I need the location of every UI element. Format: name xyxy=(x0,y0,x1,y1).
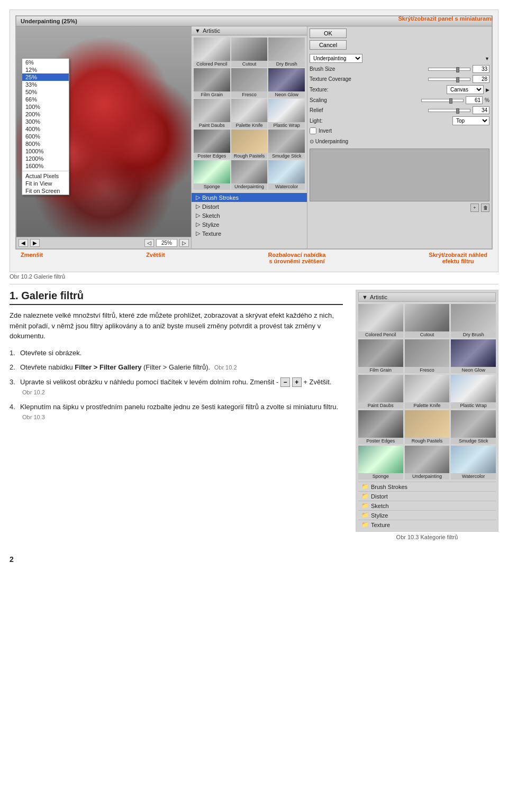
step-2: 2. Otevřete nabídku Filter > Filter Gall… xyxy=(10,362,343,373)
gallery-cell-palette-knife[interactable]: Palette Knife xyxy=(405,375,450,409)
cancel-button[interactable]: Cancel xyxy=(310,40,347,50)
step-2-num: 2. xyxy=(10,362,18,373)
scaling-slider[interactable] xyxy=(421,99,464,102)
texture-options-icon[interactable]: ▶ xyxy=(486,87,489,93)
filter-thumb-fresco[interactable]: Fresco xyxy=(231,68,268,98)
annotations-bottom: Zmenšit Zvětšit Rozbalovací nabídka s úr… xyxy=(15,250,493,266)
filter-thumb-dry-brush[interactable]: Dry Brush xyxy=(268,38,305,67)
filter-cat-sketch[interactable]: ▷ Sketch xyxy=(192,211,307,220)
zoom-1200[interactable]: 1200% xyxy=(22,155,69,162)
relief-value[interactable] xyxy=(473,106,489,114)
relief-slider[interactable] xyxy=(428,109,470,112)
filter-thumb-film-grain[interactable]: Film Grain xyxy=(194,68,230,98)
gallery-cell-underpainting[interactable]: Underpainting xyxy=(405,446,450,479)
texture-select[interactable]: Canvas xyxy=(447,85,484,94)
zoom-400[interactable]: 400% xyxy=(22,125,69,133)
gallery-cell-neon-glow[interactable]: Neon Glow xyxy=(451,339,496,373)
zoom-6[interactable]: 6% xyxy=(22,59,69,66)
gallery-collapse-icon[interactable]: ▼ xyxy=(362,294,368,300)
filter-thumb-paint-daubs[interactable]: Paint Daubs xyxy=(194,99,230,128)
filter-thumb-neon-glow[interactable]: Neon Glow xyxy=(268,68,305,98)
gallery-cell-smudge-stick[interactable]: Smudge Stick xyxy=(451,410,496,444)
zoom-66[interactable]: 66% xyxy=(22,96,69,103)
zoom-200[interactable]: 200% xyxy=(22,110,69,118)
zoom-1000[interactable]: 1000% xyxy=(22,147,69,155)
scroll-left[interactable]: ◁ xyxy=(144,239,154,247)
minus-button[interactable]: − xyxy=(280,377,290,387)
gallery-cell-fresco[interactable]: Fresco xyxy=(405,339,450,373)
filter-thumb-sponge[interactable]: Sponge xyxy=(194,160,230,190)
filter-thumb-watercolor[interactable]: Watercolor xyxy=(268,160,305,190)
zoom-fit-view[interactable]: Fit in View xyxy=(22,180,69,187)
gallery-mock: ▼ Artistic Colored Pencil Cutout Dry Bru… xyxy=(356,290,498,532)
brush-size-slider[interactable] xyxy=(428,68,470,71)
filter-label: Dry Brush xyxy=(268,61,305,67)
filter-thumb-palette-knife[interactable]: Palette Knife xyxy=(231,99,268,128)
zoom-fit-screen[interactable]: Fit on Screen xyxy=(22,187,69,195)
zoom-50[interactable]: 50% xyxy=(22,88,69,96)
filter-cat-texture[interactable]: ▷ Texture xyxy=(192,229,307,238)
filter-label: Sponge xyxy=(194,183,230,190)
gallery-cat-stylize[interactable]: 📁 Stylize xyxy=(358,510,496,520)
gallery-cell-colored-pencil[interactable]: Colored Pencil xyxy=(358,304,403,338)
triangle-icon: ▷ xyxy=(196,203,200,210)
collapse-icon[interactable]: ▼ xyxy=(195,27,201,34)
step-3-num: 3. xyxy=(10,377,18,387)
filter-thumb-underpainting[interactable]: Underpainting xyxy=(231,160,268,190)
gallery-cell-poster-edges[interactable]: Poster Edges xyxy=(358,410,403,444)
scaling-value[interactable] xyxy=(466,96,483,104)
filter-thumb-colored-pencil[interactable]: Colored Pencil xyxy=(194,38,230,67)
gallery-cell-sponge[interactable]: Sponge xyxy=(358,446,403,479)
zoom-12[interactable]: 12% xyxy=(22,66,69,73)
zoom-dropdown[interactable]: 6% 12% 25% 33% 50% 66% 100% 200% 300% 40… xyxy=(22,58,69,195)
filter-cat-distort[interactable]: ▷ Distort xyxy=(192,202,307,211)
prev-btn[interactable]: ◀ xyxy=(19,239,28,247)
settings-preview-section: ⊙ Underpainting xyxy=(310,139,489,201)
zoom-800[interactable]: 800% xyxy=(22,140,69,147)
ok-button[interactable]: OK xyxy=(310,29,347,38)
gallery-cell-film-grain[interactable]: Film Grain xyxy=(358,339,403,373)
filter-grid: Colored Pencil Cutout Dry Brush Film Gra… xyxy=(192,35,307,192)
delete-layer-icon[interactable]: 🗑 xyxy=(481,204,489,212)
zoom-25[interactable]: 25% xyxy=(22,73,69,81)
scroll-right[interactable]: ▷ xyxy=(179,239,189,247)
filter-thumb-smudge-stick[interactable]: Smudge Stick xyxy=(268,130,305,159)
gallery-cell-watercolor[interactable]: Watercolor xyxy=(451,446,496,479)
gallery-cell-rough-pastels[interactable]: Rough Pastels xyxy=(405,410,450,444)
gallery-cat-brush-strokes[interactable]: 📁 Brush Strokes xyxy=(358,482,496,491)
add-layer-icon[interactable]: + xyxy=(470,204,479,212)
brush-size-value[interactable] xyxy=(473,65,489,73)
filter-thumb-poster-edges[interactable]: Poster Edges xyxy=(194,130,230,159)
zoom-actual[interactable]: Actual Pixels xyxy=(22,172,69,180)
zoom-100[interactable]: 100% xyxy=(22,103,69,110)
texture-coverage-slider[interactable] xyxy=(428,78,470,81)
zoom-300[interactable]: 300% xyxy=(22,118,69,125)
zoom-600[interactable]: 600% xyxy=(22,133,69,140)
gallery-cell-dry-brush[interactable]: Dry Brush xyxy=(451,304,496,338)
filter-thumb-cutout[interactable]: Cutout xyxy=(231,38,268,67)
plus-button[interactable]: + xyxy=(292,377,302,387)
gallery-cell-plastic-wrap[interactable]: Plastic Wrap xyxy=(451,375,496,409)
next-btn[interactable]: ▶ xyxy=(30,239,40,247)
folder-icon: 📁 xyxy=(361,502,369,509)
gallery-cat-sketch[interactable]: 📁 Sketch xyxy=(358,501,496,510)
gallery-cell-paint-daubs[interactable]: Paint Daubs xyxy=(358,375,403,409)
texture-coverage-value[interactable] xyxy=(473,75,489,83)
filter-thumb-plastic-wrap[interactable]: Plastic Wrap xyxy=(268,99,305,128)
gallery-cell-cutout[interactable]: Cutout xyxy=(405,304,450,338)
filter-cat-stylize[interactable]: ▷ Stylize xyxy=(192,220,307,229)
zoom-33[interactable]: 33% xyxy=(22,81,69,88)
gallery-cat-distort[interactable]: 📁 Distort xyxy=(358,491,496,501)
ps-window: Underpainting (25%) 6% 12% 25% 33% 50% 6… xyxy=(15,15,493,250)
filter-name-select[interactable]: Underpainting xyxy=(310,54,362,63)
gallery-cell-label: Film Grain xyxy=(358,367,403,373)
filter-thumb-rough-pastels[interactable]: Rough Pastels xyxy=(231,130,268,159)
ps-preview-panel: 6% 12% 25% 33% 50% 66% 100% 200% 300% 40… xyxy=(16,26,191,248)
invert-checkbox[interactable] xyxy=(310,127,316,134)
gallery-cat-texture[interactable]: 📁 Texture xyxy=(358,520,496,529)
section-heading: 1. Galerie filtrů xyxy=(10,290,343,305)
main-content: 1. Galerie filtrů Zde naleznete velké mn… xyxy=(0,284,508,551)
light-select[interactable]: Top xyxy=(452,116,489,125)
filter-cat-brush-strokes[interactable]: ▷ Brush Strokes xyxy=(192,193,307,202)
zoom-1600[interactable]: 1600% xyxy=(22,162,69,170)
